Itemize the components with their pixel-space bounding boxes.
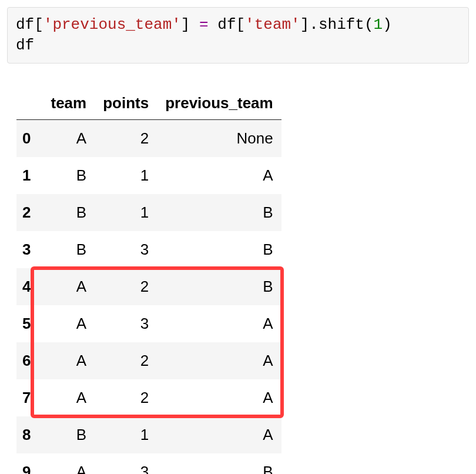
row-index: 2	[16, 194, 42, 231]
cell-team: A	[42, 305, 95, 342]
cell-points: 1	[95, 416, 157, 453]
row-index: 4	[16, 268, 42, 305]
dataframe-output: team points previous_team 0A2None1B1A2B1…	[7, 92, 469, 474]
code-string: 'previous_team'	[43, 16, 181, 34]
code-number: 1	[374, 16, 383, 34]
code-token: ]	[181, 16, 199, 34]
cell-team: A	[42, 342, 95, 379]
col-header-previous-team: previous_team	[157, 92, 281, 120]
table-row: 6A2A	[16, 342, 281, 379]
cell-previous_team: A	[157, 305, 281, 342]
dataframe-table: team points previous_team 0A2None1B1A2B1…	[16, 92, 281, 474]
col-header-team: team	[42, 92, 95, 120]
cell-previous_team: B	[157, 453, 281, 474]
cell-points: 3	[95, 231, 157, 268]
code-token: df[	[209, 16, 245, 34]
table-row: 9A3B	[16, 453, 281, 474]
cell-team: B	[42, 157, 95, 194]
row-index: 0	[16, 120, 42, 158]
code-token: df[	[16, 16, 43, 34]
cell-previous_team: B	[157, 268, 281, 305]
cell-previous_team: A	[157, 342, 281, 379]
cell-team: B	[42, 416, 95, 453]
table-row: 5A3A	[16, 305, 281, 342]
cell-points: 2	[95, 379, 157, 416]
cell-team: A	[42, 120, 95, 158]
code-token: ].shift(	[300, 16, 374, 34]
table-row: 4A2B	[16, 268, 281, 305]
cell-previous_team: A	[157, 157, 281, 194]
code-operator: =	[199, 16, 209, 34]
row-index: 7	[16, 379, 42, 416]
cell-team: A	[42, 453, 95, 474]
col-header-points: points	[95, 92, 157, 120]
cell-points: 1	[95, 194, 157, 231]
table-row: 0A2None	[16, 120, 281, 158]
cell-team: A	[42, 268, 95, 305]
cell-points: 3	[95, 453, 157, 474]
table-row: 8B1A	[16, 416, 281, 453]
row-index: 1	[16, 157, 42, 194]
code-cell: df['previous_team'] = df['team'].shift(1…	[7, 7, 469, 64]
cell-points: 2	[95, 120, 157, 158]
code-string: 'team'	[245, 16, 300, 34]
cell-points: 3	[95, 305, 157, 342]
code-token: df	[16, 36, 34, 54]
code-token: )	[383, 16, 392, 34]
cell-previous_team: B	[157, 231, 281, 268]
cell-team: B	[42, 231, 95, 268]
cell-previous_team: None	[157, 120, 281, 158]
header-row: team points previous_team	[16, 92, 281, 120]
row-index: 8	[16, 416, 42, 453]
cell-team: B	[42, 194, 95, 231]
table-row: 3B3B	[16, 231, 281, 268]
cell-points: 2	[95, 342, 157, 379]
cell-points: 1	[95, 157, 157, 194]
row-index: 5	[16, 305, 42, 342]
row-index: 6	[16, 342, 42, 379]
cell-previous_team: B	[157, 194, 281, 231]
index-header	[16, 92, 42, 120]
row-index: 3	[16, 231, 42, 268]
row-index: 9	[16, 453, 42, 474]
cell-team: A	[42, 379, 95, 416]
table-row: 2B1B	[16, 194, 281, 231]
table-row: 1B1A	[16, 157, 281, 194]
cell-previous_team: A	[157, 416, 281, 453]
cell-points: 2	[95, 268, 157, 305]
cell-previous_team: A	[157, 379, 281, 416]
table-row: 7A2A	[16, 379, 281, 416]
